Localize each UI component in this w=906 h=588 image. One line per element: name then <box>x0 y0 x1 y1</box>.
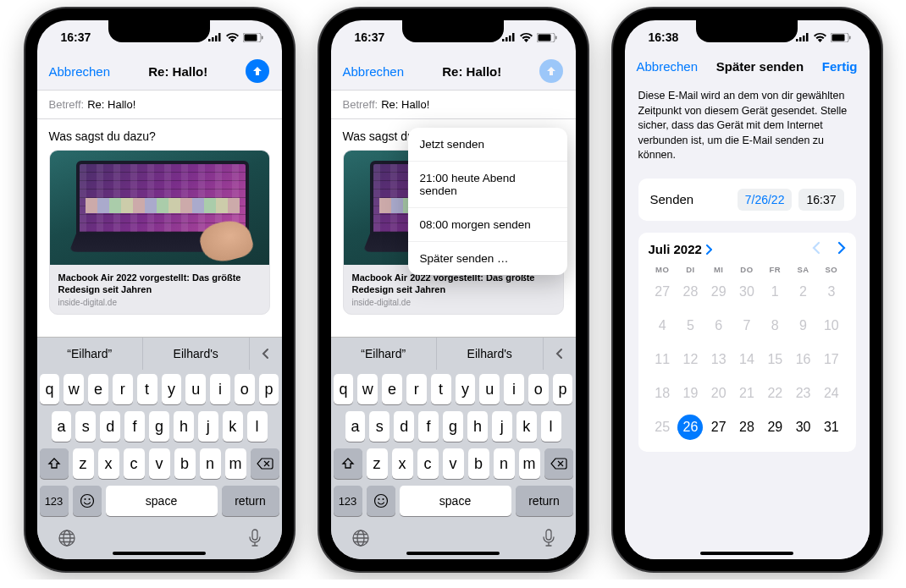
key-l[interactable]: l <box>541 411 561 442</box>
suggestion-1[interactable]: “Eilhard” <box>331 338 438 370</box>
key-e[interactable]: e <box>382 374 402 404</box>
space-key[interactable]: space <box>106 486 218 516</box>
key-i[interactable]: i <box>210 374 230 404</box>
globe-key[interactable] <box>58 529 76 551</box>
popover-send-later[interactable]: Später senden … <box>408 242 567 275</box>
key-i[interactable]: i <box>504 374 524 404</box>
key-w[interactable]: w <box>64 374 84 404</box>
calendar-next[interactable] <box>837 241 846 258</box>
key-o[interactable]: o <box>528 374 549 404</box>
subject-row[interactable]: Betreff: Re: Hallo! <box>37 91 282 119</box>
popover-send-tonight[interactable]: 21:00 heute Abend senden <box>408 162 567 208</box>
cancel-button[interactable]: Abbrechen <box>343 64 405 79</box>
key-b[interactable]: b <box>174 448 196 479</box>
mail-body[interactable]: Was sagst du dazu? Macbook Air 2022 vorg… <box>37 119 282 323</box>
cancel-button[interactable]: Abbrechen <box>49 64 111 79</box>
emoji-key[interactable] <box>367 486 395 516</box>
key-b[interactable]: b <box>468 448 489 479</box>
key-n[interactable]: n <box>494 448 515 479</box>
key-c[interactable]: c <box>417 448 439 479</box>
key-f[interactable]: f <box>418 411 439 442</box>
key-k[interactable]: k <box>517 411 537 442</box>
key-q[interactable]: q <box>334 374 354 404</box>
link-preview-card[interactable]: Macbook Air 2022 vorgestellt: Das größte… <box>49 150 270 315</box>
key-y[interactable]: y <box>162 374 182 404</box>
key-l[interactable]: l <box>247 411 268 442</box>
calendar-day[interactable]: 28 <box>732 415 760 440</box>
backspace-key[interactable] <box>251 448 279 479</box>
key-m[interactable]: m <box>519 448 540 479</box>
key-a[interactable]: a <box>52 411 72 442</box>
key-h[interactable]: h <box>174 411 194 442</box>
key-v[interactable]: v <box>443 448 464 479</box>
key-m[interactable]: m <box>225 448 246 479</box>
calendar-day[interactable]: 31 <box>817 415 845 440</box>
key-s[interactable]: s <box>75 411 96 442</box>
emoji-key[interactable] <box>73 486 102 516</box>
key-z[interactable]: z <box>73 448 94 479</box>
key-p[interactable]: p <box>259 374 279 404</box>
key-r[interactable]: r <box>113 374 133 404</box>
send-button[interactable] <box>246 59 269 83</box>
home-indicator[interactable] <box>700 552 793 555</box>
globe-key[interactable] <box>351 529 370 551</box>
numbers-key[interactable]: 123 <box>40 486 69 516</box>
key-c[interactable]: c <box>124 448 145 479</box>
suggestion-2[interactable]: Eilhard's <box>437 338 544 370</box>
send-button[interactable] <box>539 59 563 83</box>
key-x[interactable]: x <box>98 448 119 479</box>
key-d[interactable]: d <box>100 411 120 442</box>
calendar-day[interactable]: 29 <box>761 415 789 440</box>
calendar-day[interactable]: 30 <box>789 415 817 440</box>
key-p[interactable]: p <box>553 374 573 404</box>
shift-key[interactable] <box>40 448 69 479</box>
key-u[interactable]: u <box>479 374 500 404</box>
key-j[interactable]: j <box>198 411 218 442</box>
calendar-prev[interactable] <box>812 241 820 258</box>
key-a[interactable]: a <box>345 411 366 442</box>
key-g[interactable]: g <box>443 411 463 442</box>
key-k[interactable]: k <box>223 411 243 442</box>
dictation-key[interactable] <box>542 529 555 551</box>
cancel-button[interactable]: Abbrechen <box>637 59 699 74</box>
key-z[interactable]: z <box>367 448 388 479</box>
key-w[interactable]: w <box>357 374 378 404</box>
dictation-key[interactable] <box>248 529 262 551</box>
key-d[interactable]: d <box>394 411 414 442</box>
key-x[interactable]: x <box>392 448 413 479</box>
backspace-key[interactable] <box>544 448 573 479</box>
calendar-day[interactable]: 26 <box>677 415 704 440</box>
time-chip[interactable]: 16:37 <box>798 189 843 211</box>
calendar-day[interactable]: 27 <box>704 415 732 440</box>
key-f[interactable]: f <box>124 411 145 442</box>
key-t[interactable]: t <box>431 374 451 404</box>
suggestion-collapse[interactable] <box>544 338 576 370</box>
key-r[interactable]: r <box>406 374 427 404</box>
key-v[interactable]: v <box>149 448 170 479</box>
space-key[interactable]: space <box>400 486 511 516</box>
suggestion-1[interactable]: “Eilhard” <box>37 338 144 370</box>
date-chip[interactable]: 7/26/22 <box>738 189 793 211</box>
key-y[interactable]: y <box>456 374 476 404</box>
key-n[interactable]: n <box>200 448 221 479</box>
home-indicator[interactable] <box>406 552 500 555</box>
key-q[interactable]: q <box>40 374 60 404</box>
shift-key[interactable] <box>334 448 362 479</box>
home-indicator[interactable] <box>113 552 206 555</box>
done-button[interactable]: Fertig <box>822 59 858 74</box>
popover-send-now[interactable]: Jetzt senden <box>408 128 567 162</box>
key-j[interactable]: j <box>492 411 512 442</box>
key-o[interactable]: o <box>235 374 255 404</box>
return-key[interactable]: return <box>516 486 573 516</box>
key-s[interactable]: s <box>369 411 389 442</box>
calendar-month-picker[interactable]: Juli 2022 <box>649 242 712 256</box>
return-key[interactable]: return <box>222 486 279 516</box>
key-e[interactable]: e <box>88 374 108 404</box>
numbers-key[interactable]: 123 <box>334 486 362 516</box>
key-t[interactable]: t <box>137 374 157 404</box>
key-h[interactable]: h <box>467 411 488 442</box>
key-g[interactable]: g <box>149 411 169 442</box>
popover-send-tomorrow[interactable]: 08:00 morgen senden <box>408 208 567 242</box>
suggestion-collapse[interactable] <box>250 338 282 370</box>
key-u[interactable]: u <box>185 374 206 404</box>
